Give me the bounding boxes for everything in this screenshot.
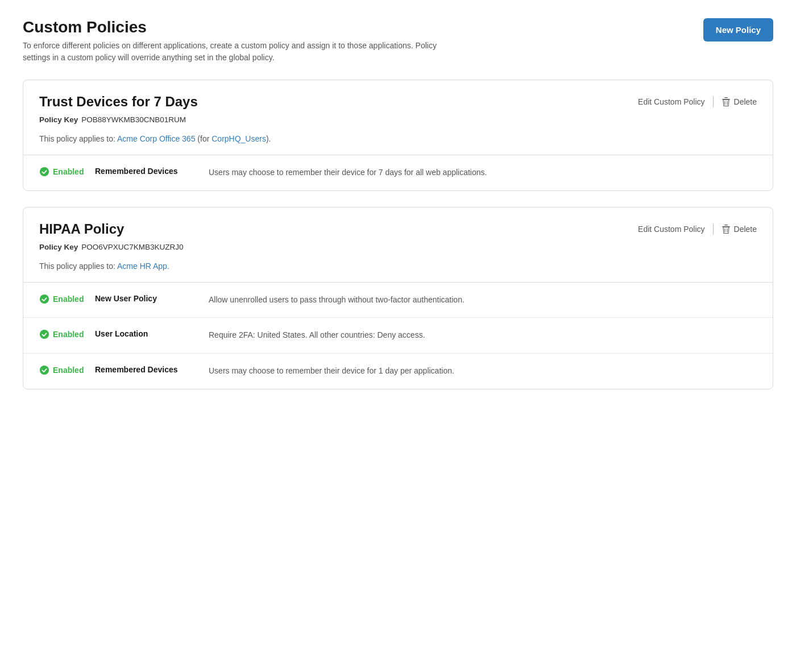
policy-card-trust-devices: Trust Devices for 7 Days Policy KeyPOB88…: [23, 80, 773, 191]
policy-card-header: HIPAA Policy Policy KeyPOO6VPXUC7KMB3KUZ…: [23, 208, 773, 283]
policy-card-actions: Edit Custom Policy Delete: [638, 94, 757, 107]
actions-divider: [713, 96, 714, 107]
setting-name: New User Policy: [95, 294, 197, 303]
policies-container: Trust Devices for 7 Days Policy KeyPOB88…: [23, 80, 773, 389]
policy-card-header: Trust Devices for 7 Days Policy KeyPOB88…: [23, 80, 773, 155]
status-badge: Enabled: [39, 167, 90, 177]
policy-key-row: Policy KeyPOO6VPXUC7KMB3KUZRJ0: [39, 243, 184, 251]
status-badge: Enabled: [39, 329, 90, 339]
page-header-text: Custom Policies To enforce different pol…: [23, 18, 449, 64]
status-badge: Enabled: [39, 294, 90, 304]
setting-name: Remembered Devices: [95, 167, 197, 176]
policy-title: HIPAA Policy: [39, 221, 184, 237]
svg-point-4: [40, 167, 49, 176]
setting-name: Remembered Devices: [95, 365, 197, 374]
status-badge-text: Enabled: [53, 330, 84, 339]
status-badge-text: Enabled: [53, 167, 84, 176]
policy-key-value: POB88YWKMB30CNB01RUM: [81, 115, 186, 124]
applies-to-middle: (for: [197, 134, 212, 143]
enabled-check-icon: [39, 167, 49, 177]
edit-custom-policy-link[interactable]: Edit Custom Policy: [638, 97, 704, 106]
policy-key-label: Policy Key: [39, 115, 78, 124]
applies-to-prefix: This policy applies to:: [39, 262, 117, 271]
policy-card-actions: Edit Custom Policy Delete: [638, 221, 757, 235]
policy-setting-row: Enabled Remembered Devices Users may cho…: [23, 354, 773, 389]
svg-rect-1: [724, 97, 728, 98]
setting-name: User Location: [95, 329, 197, 338]
svg-point-9: [40, 294, 49, 304]
status-badge-text: Enabled: [53, 294, 84, 304]
svg-point-10: [40, 330, 49, 339]
policy-card-header-left: Trust Devices for 7 Days Policy KeyPOB88…: [39, 94, 271, 143]
policy-key-label: Policy Key: [39, 243, 78, 251]
setting-description: Require 2FA: United States. All other co…: [209, 329, 425, 342]
new-policy-button[interactable]: New Policy: [703, 18, 773, 42]
policy-setting-row: Enabled Remembered Devices Users may cho…: [23, 155, 773, 190]
page-description: To enforce different policies on differe…: [23, 40, 449, 64]
policy-title: Trust Devices for 7 Days: [39, 94, 271, 110]
trash-icon: [722, 97, 731, 107]
delete-policy-link[interactable]: Delete: [722, 224, 757, 234]
applies-to-link-0[interactable]: Acme HR App.: [117, 262, 169, 271]
delete-policy-link[interactable]: Delete: [722, 97, 757, 107]
delete-label: Delete: [734, 97, 757, 106]
applies-to-link-1[interactable]: CorpHQ_Users: [212, 134, 266, 143]
policy-applies-row: This policy applies to: Acme Corp Office…: [39, 134, 271, 143]
status-badge: Enabled: [39, 365, 90, 375]
applies-to-suffix: ).: [266, 134, 271, 143]
policy-card-hipaa-policy: HIPAA Policy Policy KeyPOO6VPXUC7KMB3KUZ…: [23, 207, 773, 389]
policy-applies-row: This policy applies to: Acme HR App.: [39, 262, 184, 271]
actions-divider: [713, 223, 714, 235]
policy-setting-row: Enabled User Location Require 2FA: Unite…: [23, 318, 773, 354]
delete-label: Delete: [734, 225, 757, 234]
policy-setting-row: Enabled New User Policy Allow unenrolled…: [23, 283, 773, 318]
page-title: Custom Policies: [23, 18, 449, 36]
policy-card-header-left: HIPAA Policy Policy KeyPOO6VPXUC7KMB3KUZ…: [39, 221, 184, 271]
applies-to-link-0[interactable]: Acme Corp Office 365: [117, 134, 195, 143]
enabled-check-icon: [39, 294, 49, 304]
setting-description: Allow unenrolled users to pass through w…: [209, 294, 465, 306]
policy-key-value: POO6VPXUC7KMB3KUZRJ0: [81, 243, 183, 251]
trash-icon: [722, 224, 731, 234]
policy-key-row: Policy KeyPOB88YWKMB30CNB01RUM: [39, 115, 271, 124]
svg-rect-6: [724, 225, 728, 226]
enabled-check-icon: [39, 329, 49, 339]
status-badge-text: Enabled: [53, 366, 84, 375]
edit-custom-policy-link[interactable]: Edit Custom Policy: [638, 225, 704, 234]
enabled-check-icon: [39, 365, 49, 375]
setting-description: Users may choose to remember their devic…: [209, 365, 454, 378]
page-header: Custom Policies To enforce different pol…: [23, 18, 773, 64]
setting-description: Users may choose to remember their devic…: [209, 167, 487, 179]
applies-to-prefix: This policy applies to:: [39, 134, 117, 143]
svg-point-11: [40, 366, 49, 375]
